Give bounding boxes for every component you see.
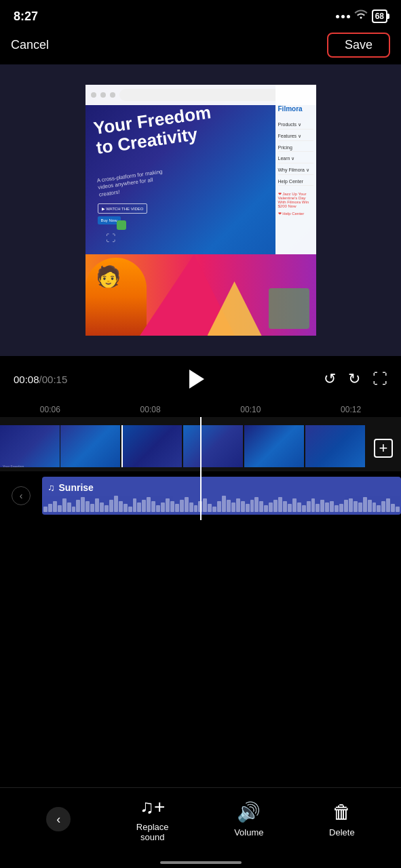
sidebar-item: Help Center bbox=[278, 178, 313, 186]
video-main-text: Your Freedomto Creativity bbox=[92, 102, 215, 157]
signal-dots-icon bbox=[336, 15, 350, 18]
add-clip-button[interactable]: + bbox=[366, 425, 401, 467]
bottom-overlay: 🧑 bbox=[85, 254, 316, 336]
website-mockup: Filmora Products ∨ Features ∨ Pricing Le… bbox=[85, 85, 316, 336]
timeline-container: Your Freedom + ‹ ♫ Sunrise bbox=[0, 417, 401, 608]
back-button[interactable]: ‹ bbox=[46, 807, 71, 831]
status-icons: 68 bbox=[336, 9, 387, 23]
sidebar-item: Pricing bbox=[278, 144, 313, 152]
audio-track-area[interactable]: ‹ ♫ Sunrise bbox=[0, 471, 401, 520]
replace-sound-icon: ♫+ bbox=[140, 796, 165, 818]
video-thumb-5 bbox=[244, 425, 304, 467]
time-display: 00:08/00:15 bbox=[14, 374, 67, 385]
back-chevron-icon: ‹ bbox=[56, 812, 60, 827]
ruler-mark-2: 00:08 bbox=[140, 405, 161, 414]
video-thumb-3 bbox=[121, 425, 183, 467]
sidebar-item: Products ∨ bbox=[278, 121, 313, 130]
ruler-mark-4: 00:12 bbox=[341, 405, 361, 414]
plus-icon: + bbox=[374, 439, 393, 458]
video-thumb-1: Your Freedom bbox=[0, 425, 60, 467]
video-sub-text: A cross-platform for making videos anywh… bbox=[96, 168, 166, 199]
delete-label: Delete bbox=[329, 827, 355, 837]
wifi-icon bbox=[354, 9, 368, 23]
video-content: Filmora Products ∨ Features ∨ Pricing Le… bbox=[85, 85, 316, 336]
video-preview: Filmora Products ∨ Features ∨ Pricing Le… bbox=[0, 64, 401, 356]
controls-bar: 00:08/00:15 ↺ ↻ ⛶ bbox=[0, 356, 401, 402]
audio-label: ♫ Sunrise bbox=[47, 482, 94, 493]
play-button[interactable] bbox=[179, 363, 212, 395]
audio-waveform bbox=[42, 492, 401, 512]
play-icon bbox=[189, 370, 204, 389]
timeline-ruler: 00:06 00:08 00:10 00:12 bbox=[0, 402, 401, 417]
collapse-icon: ‹ bbox=[12, 486, 31, 505]
ruler-mark-3: 00:10 bbox=[240, 405, 261, 414]
audio-track[interactable]: ♫ Sunrise bbox=[42, 477, 401, 515]
delete-action[interactable]: 🗑 Delete bbox=[329, 801, 355, 837]
replace-sound-action[interactable]: ♫+ Replacesound bbox=[136, 796, 169, 842]
sidebar-item: Why Filmora ∨ bbox=[278, 166, 313, 175]
cancel-button[interactable]: Cancel bbox=[11, 38, 49, 52]
bottom-toolbar: ‹ ♫+ Replacesound 🔊 Volume 🗑 Delete bbox=[0, 787, 401, 848]
video-thumb-6 bbox=[305, 425, 365, 467]
volume-action[interactable]: 🔊 Volume bbox=[234, 801, 263, 837]
sidebar-item: Learn ∨ bbox=[278, 155, 313, 163]
rewind-icon[interactable]: ↺ bbox=[324, 370, 336, 388]
video-track-area[interactable]: Your Freedom + bbox=[0, 417, 401, 471]
fullscreen-icon[interactable]: ⛶ bbox=[373, 370, 387, 388]
battery-level: 68 bbox=[375, 12, 384, 21]
watch-btn: ▶ WATCH THE VIDEO bbox=[98, 203, 148, 214]
volume-icon: 🔊 bbox=[237, 801, 261, 823]
current-time: 00:08 bbox=[14, 374, 39, 385]
sidebar-item: Features ∨ bbox=[278, 132, 313, 141]
expand-icon: ⛶ bbox=[106, 233, 115, 243]
control-icons: ↺ ↻ ⛶ bbox=[324, 370, 387, 388]
video-playhead bbox=[200, 417, 202, 471]
replace-sound-label: Replacesound bbox=[136, 822, 169, 842]
audio-playhead bbox=[200, 471, 202, 520]
filmora-logo: Filmora bbox=[278, 105, 313, 113]
forward-icon[interactable]: ↻ bbox=[348, 370, 360, 388]
volume-label: Volume bbox=[234, 827, 263, 837]
video-thumb-2 bbox=[60, 425, 120, 467]
audio-collapse-btn[interactable]: ‹ bbox=[0, 471, 42, 520]
save-button[interactable]: Save bbox=[327, 33, 390, 58]
delete-icon: 🗑 bbox=[332, 801, 351, 823]
status-time: 8:27 bbox=[14, 9, 38, 24]
battery-icon: 68 bbox=[372, 9, 387, 23]
video-thumb-4 bbox=[183, 425, 243, 467]
total-time: 00:15 bbox=[42, 374, 68, 385]
green-square-icon bbox=[117, 220, 126, 230]
ruler-mark-1: 00:06 bbox=[40, 405, 60, 414]
home-indicator bbox=[160, 861, 242, 864]
audio-track-name: Sunrise bbox=[59, 482, 94, 493]
top-nav: Cancel Save bbox=[0, 30, 401, 64]
status-bar: 8:27 68 bbox=[0, 0, 401, 30]
music-note-icon: ♫ bbox=[47, 482, 55, 493]
empty-track-area bbox=[0, 520, 401, 608]
